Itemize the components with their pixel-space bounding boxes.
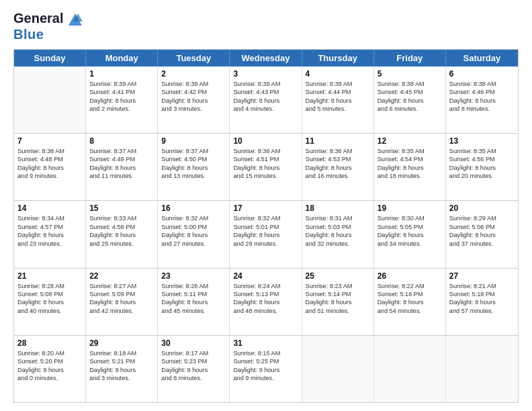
daylight-minutes-text: and 57 minutes. — [449, 307, 515, 315]
sunset-text: Sunset: 4:51 PM — [233, 155, 298, 163]
daylight-text: Daylight: 8 hours — [89, 231, 154, 239]
daylight-text: Daylight: 8 hours — [161, 164, 226, 172]
day-number: 17 — [233, 203, 298, 213]
daylight-text: Daylight: 8 hours — [89, 164, 154, 172]
sunset-text: Sunset: 5:14 PM — [306, 290, 370, 298]
daylight-minutes-text: and 6 minutes. — [161, 374, 226, 382]
daylight-minutes-text: and 48 minutes. — [233, 307, 298, 315]
day-number: 20 — [449, 203, 515, 213]
logo: General Blue — [13, 11, 83, 42]
daylight-minutes-text: and 51 minutes. — [306, 307, 370, 315]
daylight-minutes-text: and 6 minutes. — [378, 105, 442, 113]
logo-blue-word: Blue — [13, 27, 83, 42]
daylight-minutes-text: and 3 minutes. — [89, 374, 154, 382]
daylight-text: Daylight: 8 hours — [378, 231, 442, 239]
sunset-text: Sunset: 4:56 PM — [449, 155, 515, 163]
sunset-text: Sunset: 5:16 PM — [378, 290, 442, 298]
sunrise-text: Sunrise: 8:27 AM — [89, 282, 154, 290]
daylight-minutes-text: and 9 minutes. — [233, 374, 298, 382]
calendar-week-3: 14Sunrise: 8:34 AMSunset: 4:57 PMDayligh… — [14, 201, 518, 268]
sunset-text: Sunset: 5:23 PM — [161, 357, 226, 365]
sunrise-text: Sunrise: 8:21 AM — [449, 282, 515, 290]
sunrise-text: Sunrise: 8:20 AM — [17, 349, 82, 357]
daylight-text: Daylight: 8 hours — [449, 97, 515, 105]
page-header: General Blue — [13, 11, 519, 42]
daylight-minutes-text: and 42 minutes. — [89, 307, 154, 315]
daylight-minutes-text: and 20 minutes. — [449, 172, 515, 180]
calendar-day-2: 2Sunrise: 8:39 AMSunset: 4:42 PMDaylight… — [158, 66, 230, 133]
sunset-text: Sunset: 5:09 PM — [89, 290, 154, 298]
calendar-empty-cell — [14, 66, 86, 133]
daylight-minutes-text: and 15 minutes. — [233, 172, 298, 180]
sunset-text: Sunset: 4:43 PM — [233, 88, 298, 96]
sunrise-text: Sunrise: 8:31 AM — [306, 214, 370, 222]
calendar-day-4: 4Sunrise: 8:39 AMSunset: 4:44 PMDaylight… — [302, 66, 374, 133]
sunset-text: Sunset: 4:54 PM — [378, 155, 442, 163]
daylight-minutes-text: and 8 minutes. — [449, 105, 515, 113]
daylight-minutes-text: and 9 minutes. — [17, 172, 82, 180]
day-number: 11 — [306, 136, 370, 146]
daylight-text: Daylight: 8 hours — [233, 298, 298, 306]
calendar-day-11: 11Sunrise: 8:36 AMSunset: 4:53 PMDayligh… — [302, 134, 374, 200]
calendar-week-5: 28Sunrise: 8:20 AMSunset: 5:20 PMDayligh… — [14, 336, 518, 402]
calendar-day-16: 16Sunrise: 8:32 AMSunset: 5:00 PMDayligh… — [158, 201, 230, 267]
sunrise-text: Sunrise: 8:22 AM — [378, 282, 442, 290]
sunrise-text: Sunrise: 8:35 AM — [449, 147, 515, 155]
day-header-saturday: Saturday — [446, 50, 518, 66]
daylight-text: Daylight: 9 hours — [161, 366, 226, 374]
calendar-day-14: 14Sunrise: 8:34 AMSunset: 4:57 PMDayligh… — [14, 201, 86, 267]
daylight-text: Daylight: 8 hours — [89, 97, 154, 105]
daylight-text: Daylight: 9 hours — [17, 366, 82, 374]
daylight-minutes-text: and 27 minutes. — [161, 240, 226, 248]
calendar-day-17: 17Sunrise: 8:32 AMSunset: 5:01 PMDayligh… — [230, 201, 302, 267]
day-number: 23 — [161, 271, 226, 281]
sunset-text: Sunset: 4:49 PM — [89, 155, 154, 163]
sunset-text: Sunset: 5:18 PM — [449, 290, 515, 298]
sunrise-text: Sunrise: 8:39 AM — [89, 80, 154, 88]
daylight-minutes-text: and 4 minutes. — [233, 105, 298, 113]
sunset-text: Sunset: 5:25 PM — [233, 357, 298, 365]
daylight-text: Daylight: 8 hours — [89, 298, 154, 306]
calendar: SundayMondayTuesdayWednesdayThursdayFrid… — [13, 49, 519, 403]
calendar-day-1: 1Sunrise: 8:39 AMSunset: 4:41 PMDaylight… — [86, 66, 158, 133]
calendar-day-23: 23Sunrise: 8:26 AMSunset: 5:11 PMDayligh… — [158, 269, 230, 335]
day-number: 24 — [233, 271, 298, 281]
daylight-text: Daylight: 8 hours — [449, 231, 515, 239]
day-number: 25 — [306, 271, 370, 281]
day-number: 30 — [161, 338, 226, 348]
daylight-text: Daylight: 8 hours — [161, 231, 226, 239]
daylight-text: Daylight: 8 hours — [17, 298, 82, 306]
calendar-day-18: 18Sunrise: 8:31 AMSunset: 5:03 PMDayligh… — [302, 201, 374, 267]
calendar-day-25: 25Sunrise: 8:23 AMSunset: 5:14 PMDayligh… — [302, 269, 374, 335]
sunrise-text: Sunrise: 8:39 AM — [161, 80, 226, 88]
daylight-minutes-text: and 11 minutes. — [89, 172, 154, 180]
daylight-minutes-text: and 16 minutes. — [306, 172, 370, 180]
calendar-day-12: 12Sunrise: 8:35 AMSunset: 4:54 PMDayligh… — [374, 134, 446, 200]
day-number: 31 — [233, 338, 298, 348]
calendar-day-24: 24Sunrise: 8:24 AMSunset: 5:13 PMDayligh… — [230, 269, 302, 335]
day-number: 1 — [89, 69, 154, 79]
daylight-minutes-text: and 18 minutes. — [378, 172, 442, 180]
calendar-week-2: 7Sunrise: 8:38 AMSunset: 4:48 PMDaylight… — [14, 134, 518, 201]
calendar-day-29: 29Sunrise: 8:18 AMSunset: 5:21 PMDayligh… — [86, 336, 158, 402]
calendar-day-26: 26Sunrise: 8:22 AMSunset: 5:16 PMDayligh… — [374, 269, 446, 335]
calendar-empty-cell — [302, 336, 374, 402]
daylight-text: Daylight: 8 hours — [306, 231, 370, 239]
daylight-minutes-text: and 37 minutes. — [449, 240, 515, 248]
sunset-text: Sunset: 4:53 PM — [306, 155, 370, 163]
sunrise-text: Sunrise: 8:18 AM — [89, 349, 154, 357]
daylight-minutes-text: and 45 minutes. — [161, 307, 226, 315]
daylight-text: Daylight: 8 hours — [449, 298, 515, 306]
daylight-minutes-text: and 13 minutes. — [161, 172, 226, 180]
calendar-day-10: 10Sunrise: 8:36 AMSunset: 4:51 PMDayligh… — [230, 134, 302, 200]
day-number: 13 — [449, 136, 515, 146]
daylight-minutes-text: and 0 minutes. — [17, 374, 82, 382]
sunrise-text: Sunrise: 8:15 AM — [233, 349, 298, 357]
sunset-text: Sunset: 5:08 PM — [17, 290, 82, 298]
daylight-minutes-text: and 40 minutes. — [17, 307, 82, 315]
sunrise-text: Sunrise: 8:38 AM — [449, 80, 515, 88]
logo-container: General Blue — [13, 11, 83, 42]
daylight-minutes-text: and 23 minutes. — [17, 240, 82, 248]
day-number: 15 — [89, 203, 154, 213]
daylight-text: Daylight: 8 hours — [17, 231, 82, 239]
